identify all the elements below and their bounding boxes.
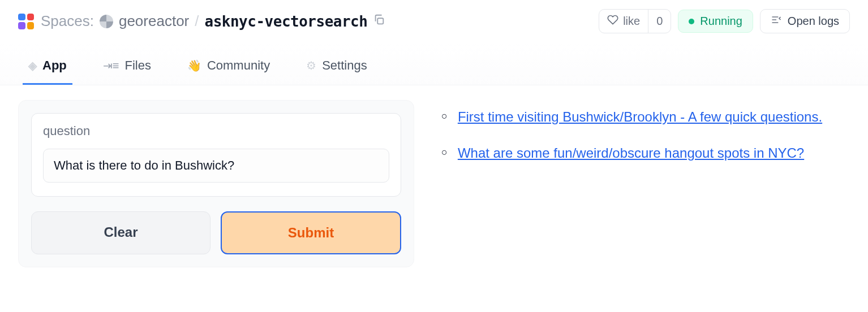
like-label: like [623, 15, 640, 28]
heart-icon [607, 14, 618, 28]
tab-label: Settings [322, 58, 367, 73]
cube-icon: ◈ [28, 59, 37, 72]
open-logs-button[interactable]: Open logs [760, 9, 850, 33]
repo-link[interactable]: asknyc-vectorsearch [205, 13, 368, 30]
submit-button[interactable]: Submit [221, 211, 401, 254]
section-label: Spaces: [41, 12, 94, 30]
tab-community[interactable]: 👋 Community [182, 50, 276, 85]
gear-icon: ⚙ [306, 59, 316, 72]
results-list: ○ First time visiting Bushwick/Brooklyn … [441, 100, 850, 179]
owner-avatar[interactable] [100, 15, 113, 28]
status-badge: Running [678, 10, 753, 33]
question-card: question [31, 113, 401, 197]
tab-label: Community [207, 58, 270, 73]
like-count: 0 [648, 10, 671, 32]
result-item: ○ First time visiting Bushwick/Brooklyn … [441, 107, 850, 127]
wave-icon: 👋 [187, 59, 201, 72]
like-pill[interactable]: like 0 [599, 9, 671, 33]
result-link[interactable]: What are some fun/weird/obscure hangout … [458, 143, 804, 163]
result-item: ○ What are some fun/weird/obscure hangou… [441, 143, 850, 163]
status-text: Running [700, 15, 742, 28]
logs-icon [771, 14, 782, 28]
svg-rect-0 [378, 18, 384, 24]
copy-icon[interactable] [373, 12, 385, 30]
owner-link[interactable]: georeactor [119, 12, 189, 30]
header: Spaces: georeactor / asknyc-vectorsearch… [0, 0, 868, 42]
clear-button[interactable]: Clear [31, 211, 210, 254]
main-content: question Clear Submit ○ First time visit… [0, 85, 868, 282]
breadcrumb: Spaces: georeactor / asknyc-vectorsearch [41, 12, 385, 30]
bullet-icon: ○ [441, 146, 448, 158]
question-input[interactable] [43, 149, 389, 183]
button-row: Clear Submit [31, 211, 401, 254]
input-panel: question Clear Submit [18, 100, 414, 267]
open-logs-label: Open logs [788, 15, 839, 28]
bullet-icon: ○ [441, 110, 448, 122]
tab-settings[interactable]: ⚙ Settings [300, 50, 373, 85]
hf-logo[interactable] [18, 14, 34, 29]
result-link[interactable]: First time visiting Bushwick/Brooklyn - … [458, 107, 822, 127]
files-icon: ⇥≡ [103, 59, 119, 72]
tab-bar: ◈ App ⇥≡ Files 👋 Community ⚙ Settings [0, 42, 868, 85]
tab-label: App [42, 58, 67, 73]
slash: / [195, 12, 199, 30]
tab-label: Files [124, 58, 151, 73]
tab-files[interactable]: ⇥≡ Files [97, 50, 157, 85]
tab-app[interactable]: ◈ App [23, 50, 72, 85]
status-dot-icon [689, 19, 694, 24]
question-label: question [43, 124, 90, 138]
